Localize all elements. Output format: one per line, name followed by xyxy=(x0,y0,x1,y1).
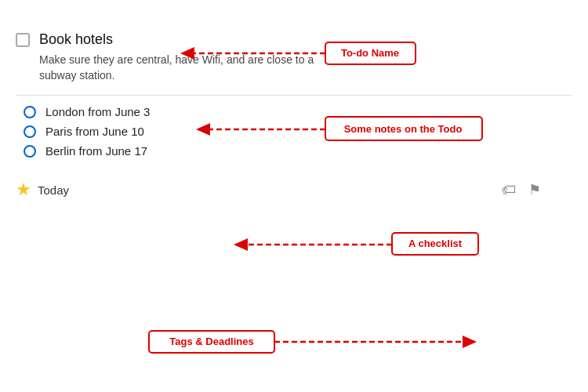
main-container: Book hotels Make sure they are central, … xyxy=(0,0,588,392)
todo-checkbox[interactable] xyxy=(16,33,30,47)
today-label: Today xyxy=(38,183,69,197)
todo-notes: Make sure they are central, have Wifi, a… xyxy=(39,53,337,83)
flag-icon[interactable]: ⚑ xyxy=(528,181,541,198)
svg-marker-9 xyxy=(234,238,248,251)
checklist-circle-2 xyxy=(24,145,36,158)
tag-icon[interactable]: 🏷 xyxy=(502,182,516,198)
footer-row: ★ Today 🏷 ⚑ xyxy=(16,172,572,200)
footer-icons: 🏷 ⚑ xyxy=(502,181,541,198)
checklist-item-1[interactable]: Paris from June 10 xyxy=(24,125,572,138)
checklist-text-2: Berlin from June 17 xyxy=(45,144,147,158)
svg-rect-12 xyxy=(149,331,274,353)
checklist-circle-0 xyxy=(24,106,36,118)
svg-marker-15 xyxy=(463,336,477,348)
svg-text:A checklist: A checklist xyxy=(408,238,463,249)
star-icon: ★ xyxy=(16,180,31,200)
checklist-text-0: London from June 3 xyxy=(45,105,150,118)
svg-text:Tags & Deadlines: Tags & Deadlines xyxy=(169,336,253,347)
todo-title: Book hotels xyxy=(39,31,113,48)
checklist-item-0[interactable]: London from June 3 xyxy=(24,105,572,118)
checklist-circle-1 xyxy=(24,125,36,138)
checklist-text-1: Paris from June 10 xyxy=(45,125,144,138)
todo-item: Book hotels Make sure they are central, … xyxy=(16,24,572,96)
checklist-item-2[interactable]: Berlin from June 17 xyxy=(24,144,572,158)
todo-header: Book hotels xyxy=(16,31,572,48)
checklist: London from June 3 Paris from June 10 Be… xyxy=(24,105,572,158)
svg-rect-10 xyxy=(392,233,478,255)
